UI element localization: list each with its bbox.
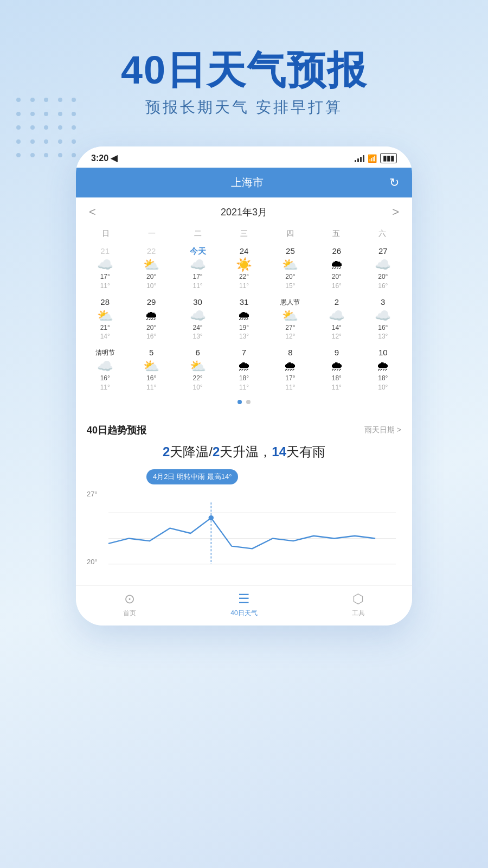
calendar-row-2: 28 ⛅ 21°14° 29 🌧 20°16° 30 ☁️ 24°13° 31 … [76,294,412,345]
rain-dates-link[interactable]: 雨天日期 > [364,425,401,435]
nav-tools[interactable]: ⬡ 工具 [352,591,365,618]
tools-icon: ⬡ [352,591,364,607]
cal-day-26[interactable]: 26 🌧 20°16° [314,243,359,294]
cal-day-april-10[interactable]: 10 🌧 18°10° [361,344,406,395]
calendar-section: < 2021年3月 > 日 一 二 三 四 五 六 21 ☁️ 17°11° 2… [76,197,412,412]
status-bar: 3:20 ◀ 📶 ▮▮▮ [76,146,412,168]
cal-day-29[interactable]: 29 🌧 20°16° [129,294,174,345]
refresh-icon[interactable]: ↻ [389,176,399,190]
temperature-chart: 27° 20° [87,490,401,577]
hero-title: 40日天气预报 [0,49,488,92]
weekday-sat: 六 [359,227,406,241]
weekday-headers: 日 一 二 三 四 五 六 [76,227,412,241]
nav-tools-label: 工具 [352,609,365,618]
chart-label-high: 27° [87,490,98,498]
weekday-mon: 一 [129,227,175,241]
cal-day-april-6[interactable]: 6 ⛅ 22°10° [175,344,220,395]
cal-day-april-fools[interactable]: 愚人节 ⛅ 27°12° [268,294,313,345]
calendar-row-1: 21 ☁️ 17°11° 22 ⛅ 20°10° 今天 ☁️ 17°11° 24… [76,243,412,294]
chart-y-labels: 27° 20° [87,490,98,577]
calendar-header: < 2021年3月 > [76,197,412,227]
forecast-summary: 2天降温/2天升温，14天有雨 [87,443,401,461]
cal-day-21[interactable]: 21 ☁️ 17°11° [82,243,127,294]
weekday-fri: 五 [313,227,359,241]
svg-point-4 [209,515,214,520]
cal-day-april-9[interactable]: 9 🌧 18°11° [314,344,359,395]
forecast-title: 40日趋势预报 [87,424,146,437]
chart-svg [92,490,396,577]
cal-day-30[interactable]: 30 ☁️ 24°13° [175,294,220,345]
city-name: 上海市 [105,175,389,190]
forecast-section: 40日趋势预报 雨天日期 > 2天降温/2天升温，14天有雨 4月2日 明转中雨… [76,415,412,585]
40day-icon: ☰ [238,591,250,607]
cal-day-april-2[interactable]: 2 ☁️ 14°12° [314,294,359,345]
cal-day-28[interactable]: 28 ⛅ 21°14° [82,294,127,345]
wifi-icon: 📶 [368,154,377,163]
weekday-thu: 四 [267,227,313,241]
dot-decoration [16,98,81,163]
weather-tooltip: 4月2日 明转中雨 最高14° [146,469,238,484]
cal-day-24[interactable]: 24 ☀️ 22°11° [221,243,266,294]
page-indicators [76,395,412,406]
status-time: 3:20 ◀ [91,153,117,163]
nav-40day[interactable]: ☰ 40日天气 [230,591,257,618]
chart-label-low: 20° [87,558,98,566]
signal-icon [355,155,364,162]
calendar-month-title: 2021年3月 [221,206,267,219]
cal-day-27[interactable]: 27 ☁️ 20°16° [361,243,406,294]
app-header: 上海市 ↻ [76,168,412,197]
battery-icon: ▮▮▮ [380,153,397,163]
prev-month-button[interactable]: < [89,205,96,219]
cal-day-22[interactable]: 22 ⛅ 20°10° [129,243,174,294]
cal-day-today[interactable]: 今天 ☁️ 17°11° [175,243,220,294]
nav-40day-label: 40日天气 [230,609,257,618]
cal-day-april-8[interactable]: 8 🌧 17°11° [268,344,313,395]
nav-home[interactable]: ⊙ 首页 [123,591,136,618]
weekday-tue: 二 [175,227,221,241]
bottom-navigation: ⊙ 首页 ☰ 40日天气 ⬡ 工具 [76,585,412,626]
nav-home-label: 首页 [123,609,136,618]
cal-day-april-5[interactable]: 5 ⛅ 16°11° [129,344,174,395]
forecast-header: 40日趋势预报 雨天日期 > [87,424,401,437]
phone-mockup: 3:20 ◀ 📶 ▮▮▮ 上海市 ↻ < 2021年3月 > 日 一 二 [76,146,412,626]
cal-day-qingming[interactable]: 清明节 ☁️ 16°11° [82,344,127,395]
cal-day-31[interactable]: 31 🌧 19°13° [221,294,266,345]
home-icon: ⊙ [124,591,135,607]
calendar-row-3: 清明节 ☁️ 16°11° 5 ⛅ 16°11° 6 ⛅ 22°10° 7 🌧 … [76,344,412,395]
page-dot-1[interactable] [237,400,242,404]
cal-day-april-3[interactable]: 3 ☁️ 16°13° [361,294,406,345]
page-dot-2[interactable] [246,400,251,404]
cal-day-april-7[interactable]: 7 🌧 18°11° [221,344,266,395]
cal-day-25[interactable]: 25 ⛅ 20°15° [268,243,313,294]
weekday-sun: 日 [82,227,129,241]
weekday-wed: 三 [221,227,267,241]
next-month-button[interactable]: > [392,205,399,219]
status-right: 📶 ▮▮▮ [355,153,397,163]
